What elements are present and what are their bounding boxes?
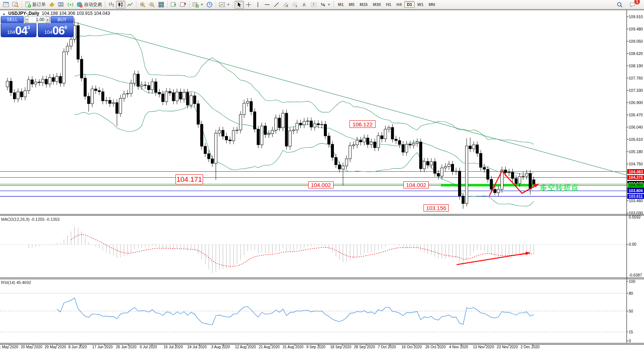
signal-icon (67, 1, 74, 8)
chart-shift-button[interactable] (178, 1, 188, 9)
volume-input[interactable] (29, 16, 45, 23)
magnifier-window-icon (12, 1, 19, 8)
auto-trading-icon (77, 1, 83, 8)
text-tool-button[interactable]: A (300, 1, 309, 9)
timeframe-h1[interactable]: H1 (383, 1, 394, 8)
zoom-in-icon (139, 1, 146, 8)
price-tick-label: 103.460 (629, 198, 643, 203)
date-tick-label: 17 Jun 2020 (92, 345, 113, 349)
fibonacci-tool-button[interactable]: F (290, 1, 300, 9)
arrows-tool-button[interactable]: ▼ (318, 1, 332, 9)
chart-profiles-button[interactable] (57, 1, 66, 9)
tile-windows-icon (158, 1, 164, 8)
symbol-period-label: USDJPY-,Daily (8, 11, 39, 16)
tile-windows-button[interactable] (157, 1, 166, 9)
horizontal-line-icon (264, 1, 270, 8)
sell-price-prefix: 104 (7, 29, 15, 35)
macd-scale-min: -0.6387 (629, 273, 642, 277)
vertical-line-tool-button[interactable] (253, 1, 263, 9)
zoom-out-button[interactable] (147, 1, 157, 9)
toolbar-separator (22, 1, 22, 8)
timeframe-m15[interactable]: M15 (357, 1, 370, 8)
toolbar-separator (167, 1, 168, 8)
line-chart-button[interactable] (125, 1, 135, 9)
price-level-box: 103.611 (627, 194, 644, 199)
uptick-triangle-icon: ▲ (2, 12, 6, 16)
trendline-tool-button[interactable] (272, 1, 281, 9)
volume-increase-button[interactable]: ▲ (46, 16, 49, 23)
zoom-in-button[interactable] (138, 1, 147, 9)
sell-price-panel[interactable]: 104 04 3 (1, 23, 36, 37)
horizontal-line-tool-button[interactable] (263, 1, 272, 9)
rsi-tick-label: 100 (629, 279, 635, 284)
bars-chart-icon (108, 1, 115, 8)
price-annotation[interactable]: 104.002 (308, 181, 334, 188)
sell-button[interactable]: SELL (1, 16, 24, 23)
paint-bucket-icon (49, 1, 55, 8)
timeframe-m1[interactable]: M1 (335, 1, 346, 8)
indicator-list-button[interactable]: ▼ (218, 1, 231, 9)
chart-styles-button[interactable] (47, 1, 57, 9)
notification-badge: 1 (634, 0, 640, 4)
date-tick-label: 2 Dec 2020 (521, 345, 540, 349)
timeframe-h4[interactable]: H4 (394, 1, 404, 8)
rsi-tick-label: 50 (629, 309, 633, 313)
bar-chart-button[interactable] (107, 1, 116, 9)
price-annotation[interactable]: 106.122 (350, 120, 376, 128)
price-annotation[interactable]: 104.002 (403, 181, 429, 188)
chart-profile-icon (58, 1, 64, 8)
price-chart-canvas[interactable] (0, 0, 644, 349)
candlestick-chart-button[interactable] (116, 1, 125, 9)
date-tick-label: 29 May 2020 (45, 345, 66, 349)
date-tick-label: 28 Sep 2020 (354, 345, 375, 349)
mt4-window: 新订单 自动交易 ▼ (0, 0, 644, 349)
price-tick-label: 109.480 (629, 27, 643, 31)
auto-scroll-icon (171, 1, 177, 8)
cn-turning-point-note[interactable]: 多空转折点 (540, 182, 579, 193)
channel-tool-button[interactable]: E (281, 1, 290, 9)
sell-price-pip: 3 (27, 25, 30, 30)
crosshair-tool-button[interactable] (244, 1, 253, 9)
cursor-tool-button[interactable] (235, 1, 244, 9)
price-tick-label: 109.910 (629, 14, 643, 19)
toolbar-separator (105, 1, 105, 8)
signals-button[interactable] (66, 1, 75, 9)
price-level-box: 103.806 (627, 188, 644, 193)
auto-trading-button[interactable]: 自动交易 (75, 1, 103, 9)
macd-scale-max: 0.5592 (629, 215, 641, 219)
date-tick-label: 26 Jun 2020 (116, 345, 136, 349)
notifications-button[interactable]: 1 (628, 1, 637, 9)
timeframe-mn[interactable]: MN (426, 1, 438, 8)
timeframe-w1[interactable]: W1 (415, 1, 426, 8)
price-tick-label: 108.190 (629, 64, 643, 68)
candles-chart-icon (117, 1, 124, 8)
timeframe-m30[interactable]: M30 (370, 1, 383, 8)
volume-decrease-button[interactable]: ▼ (25, 16, 29, 23)
price-tick-label: 109.050 (629, 39, 643, 43)
buy-price-panel[interactable]: 104 06 6 (38, 23, 74, 37)
search-button[interactable] (615, 1, 624, 9)
price-annotation[interactable]: 104.171 (176, 174, 203, 184)
new-order-button[interactable]: 新订单 (23, 1, 47, 9)
fibonacci-icon: F (292, 1, 298, 8)
rsi-tick-label: 0 (629, 339, 631, 343)
data-window-button[interactable] (11, 1, 20, 9)
dropdown-caret-icon: ▼ (200, 3, 203, 6)
date-tick-label: 6 Jul 2020 (140, 345, 157, 349)
auto-scroll-button[interactable] (169, 1, 178, 9)
timeframe-m5[interactable]: M5 (346, 1, 357, 8)
buy-button[interactable]: BUY (51, 16, 74, 23)
date-tick-label: 11 May 2020 (0, 345, 18, 349)
text-label-tool-button[interactable]: T (309, 1, 318, 9)
main-toolbar: 新订单 自动交易 ▼ (0, 0, 644, 9)
timeframe-d1[interactable]: D1 (404, 1, 415, 8)
price-tick-label: 103.030 (629, 211, 643, 215)
add-indicator-button[interactable]: ▼ (191, 1, 205, 9)
date-tick-label: 9 Sep 2020 (306, 345, 325, 349)
new-chart-button[interactable] (1, 1, 11, 9)
date-tick-label: 7 Oct 2020 (378, 345, 396, 349)
price-tick-label: 108.620 (629, 51, 643, 56)
period-button[interactable] (205, 1, 214, 9)
date-tick-label: 20 May 2020 (21, 345, 42, 349)
price-annotation[interactable]: 103.156 (424, 204, 449, 211)
